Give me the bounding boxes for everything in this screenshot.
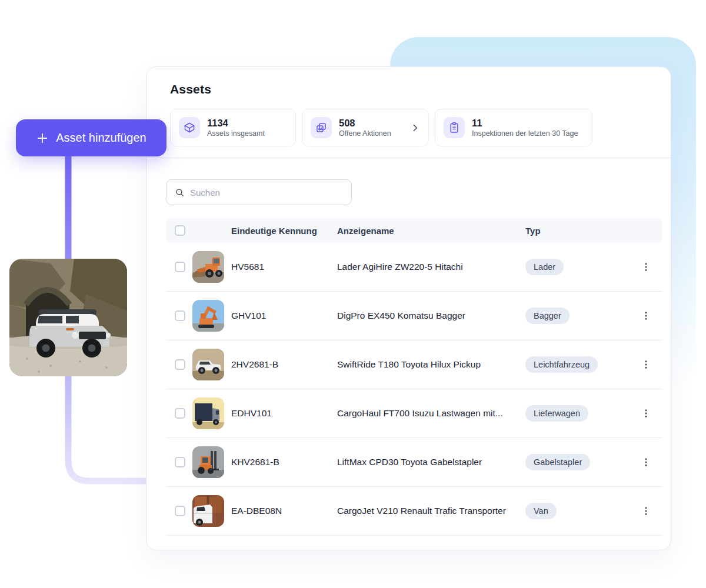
assets-table: Eindeutige Kennung Anzeigename Typ HV568… (166, 218, 662, 536)
stat-card-open-actions[interactable]: 508 Offene Aktionen (302, 109, 429, 146)
stat-label: Inspektionen der letzten 30 Tage (472, 129, 578, 138)
row-checkbox[interactable] (175, 506, 185, 516)
table-row[interactable]: HV5681 Lader AgiHire ZW220-5 Hitachi Lad… (166, 243, 662, 292)
kebab-menu-icon[interactable] (635, 305, 657, 326)
suv-photo (9, 259, 127, 376)
stat-card-inspections: 11 Inspektionen der letzten 30 Tage (435, 109, 592, 146)
row-id: 2HV2681-B (231, 359, 337, 370)
add-asset-button-label: Asset hinzufügen (56, 131, 146, 145)
row-name: Lader AgiHire ZW220-5 Hitachi (337, 262, 525, 272)
kebab-menu-icon[interactable] (635, 500, 657, 522)
search-box (166, 179, 352, 205)
excavator-thumbnail (192, 300, 224, 332)
type-badge: Lieferwagen (525, 405, 588, 422)
kebab-menu-icon[interactable] (635, 403, 657, 424)
row-checkbox[interactable] (175, 310, 185, 321)
table-row[interactable]: KHV2681-B LiftMax CPD30 Toyota Gabelstap… (166, 438, 662, 487)
row-name: CargoJet V210 Renault Trafic Transporter (337, 506, 525, 516)
search-input[interactable] (190, 188, 343, 198)
row-name: CargoHaul FT700 Isuzu Lastwagen mit... (337, 408, 525, 419)
select-all-checkbox[interactable] (175, 225, 185, 236)
pickup-thumbnail (192, 349, 224, 380)
add-asset-button[interactable]: Asset hinzufügen (16, 119, 166, 156)
stats-row: 1134 Assets insgesamt 508 Offe (170, 109, 647, 146)
column-header-id: Eindeutige Kennung (231, 226, 337, 236)
kebab-menu-icon[interactable] (635, 256, 657, 278)
stat-card-total-assets: 1134 Assets insgesamt (170, 109, 296, 146)
type-badge: Bagger (525, 308, 570, 324)
row-name: DigPro EX450 Komatsu Bagger (337, 310, 525, 321)
table-row[interactable]: 2HV2681-B SwiftRide T180 Toyota Hilux Pi… (166, 340, 662, 389)
stat-label: Offene Aktionen (339, 129, 391, 138)
row-checkbox[interactable] (175, 359, 185, 370)
kebab-menu-icon[interactable] (635, 354, 657, 375)
copy-check-icon (311, 117, 332, 138)
panel-header: Assets 1134 Assets insgesamt (146, 67, 671, 158)
type-badge: Van (525, 503, 557, 519)
van-thumbnail (192, 495, 224, 527)
cube-icon (179, 117, 200, 138)
clipboard-icon (444, 117, 465, 138)
row-id: KHV2681-B (231, 457, 337, 467)
column-header-type: Typ (525, 226, 635, 236)
type-badge: Lader (525, 259, 564, 275)
panel-body: Eindeutige Kennung Anzeigename Typ HV568… (146, 158, 671, 536)
page-title: Assets (170, 82, 647, 96)
plus-icon (36, 132, 49, 145)
row-checkbox[interactable] (175, 457, 185, 467)
page: Assets 1134 Assets insgesamt (0, 0, 706, 588)
table-header: Eindeutige Kennung Anzeigename Typ (166, 218, 662, 243)
type-badge: Gabelstapler (525, 454, 590, 470)
forklift-thumbnail (192, 446, 224, 478)
column-header-name: Anzeigename (337, 226, 525, 236)
type-badge: Leichtfahrzeug (525, 356, 598, 373)
kebab-menu-icon[interactable] (635, 452, 657, 473)
row-name: SwiftRide T180 Toyota Hilux Pickup (337, 359, 525, 370)
assets-panel: Assets 1134 Assets insgesamt (146, 66, 671, 550)
stat-value: 508 (339, 117, 391, 129)
table-row[interactable]: EDHV101 CargoHaul FT700 Isuzu Lastwagen … (166, 389, 662, 438)
row-name: LiftMax CPD30 Toyota Gabelstapler (337, 457, 525, 467)
stat-label: Assets insgesamt (207, 129, 265, 138)
row-id: HV5681 (231, 262, 337, 272)
wheel-loader-thumbnail (192, 251, 224, 283)
table-row[interactable]: GHV101 DigPro EX450 Komatsu Bagger Bagge… (166, 292, 662, 340)
box-truck-thumbnail (192, 397, 224, 429)
stat-value: 11 (472, 117, 578, 129)
row-id: EA-DBE08N (231, 506, 337, 516)
assets-table-body: HV5681 Lader AgiHire ZW220-5 Hitachi Lad… (166, 243, 662, 536)
row-id: EDHV101 (231, 408, 337, 419)
chevron-right-icon (410, 123, 420, 133)
row-checkbox[interactable] (175, 262, 185, 272)
row-id: GHV101 (231, 310, 337, 321)
table-row[interactable]: EA-DBE08N CargoJet V210 Renault Trafic T… (166, 487, 662, 536)
search-icon (175, 188, 185, 198)
stat-value: 1134 (207, 117, 265, 129)
row-checkbox[interactable] (175, 408, 185, 419)
